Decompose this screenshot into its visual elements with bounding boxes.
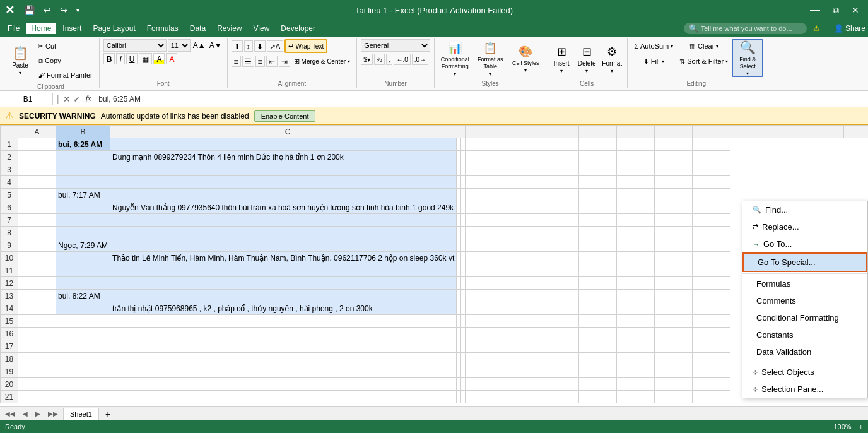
cell-b12[interactable] [56,277,110,290]
cell-extra[interactable] [693,138,730,151]
align-middle-button[interactable]: ↕ [244,40,253,52]
cell-extra[interactable] [579,302,617,315]
menu-constants[interactable]: Constants [742,326,867,343]
cell-content-15[interactable] [110,315,457,328]
cell-extra[interactable] [457,201,461,214]
cell-extra[interactable] [457,214,461,227]
cell-extra[interactable] [541,214,579,227]
cell-content-18[interactable] [110,353,457,365]
align-center-button[interactable]: ☰ [242,56,254,67]
underline-button[interactable]: U [126,53,138,64]
cell-extra[interactable] [617,391,655,403]
quick-access-save[interactable]: 💾 [22,5,37,15]
wrap-text-button[interactable]: ↵ Wrap Text [284,39,328,53]
cell-extra[interactable] [461,391,466,403]
cell-extra[interactable] [461,201,466,214]
cell-a6[interactable] [18,201,56,214]
cell-extra[interactable] [579,176,617,189]
cell-extra[interactable] [617,227,655,239]
col-header-E[interactable] [503,126,541,138]
col-header-B[interactable]: B [56,126,110,138]
cell-content-17[interactable] [110,340,457,353]
cell-extra[interactable] [655,252,693,264]
cell-extra[interactable] [503,378,541,391]
cell-extra[interactable] [541,151,579,163]
cell-a14[interactable] [18,302,56,315]
cell-extra[interactable] [693,252,730,264]
cell-extra[interactable] [617,302,655,315]
cell-extra[interactable] [466,151,503,163]
cell-extra[interactable] [655,214,693,227]
cell-extra[interactable] [693,365,730,378]
cell-extra[interactable] [693,353,730,365]
cell-extra[interactable] [457,328,461,340]
cell-extra[interactable] [466,252,503,264]
cell-extra[interactable] [461,264,466,277]
cell-extra[interactable] [655,315,693,328]
cell-extra[interactable] [457,378,461,391]
cell-extra[interactable] [579,214,617,227]
cell-extra[interactable] [541,328,579,340]
cell-extra[interactable] [693,189,730,201]
cell-extra[interactable] [466,391,503,403]
cell-a9[interactable] [18,239,56,252]
cell-extra[interactable] [541,277,579,290]
decrease-indent-button[interactable]: ⇤ [266,56,278,67]
cell-a13[interactable] [18,290,56,302]
menu-find[interactable]: 🔍 Find... [742,201,867,218]
col-header-L[interactable] [768,126,806,138]
cell-extra[interactable] [461,290,466,302]
format-painter-button[interactable]: 🖌 Format Painter [35,68,95,82]
cell-extra[interactable] [541,391,579,403]
cell-content-8[interactable] [110,227,457,239]
cell-b2[interactable] [56,151,110,163]
cell-extra[interactable] [457,290,461,302]
cell-extra[interactable] [461,151,466,163]
cell-extra[interactable] [466,277,503,290]
cell-extra[interactable] [655,290,693,302]
cell-extra[interactable] [693,378,730,391]
cell-extra[interactable] [503,290,541,302]
cell-extra[interactable] [457,302,461,315]
cell-extra[interactable] [503,353,541,365]
cell-extra[interactable] [579,163,617,176]
number-format-select[interactable]: General [361,39,430,52]
cell-extra[interactable] [457,340,461,353]
cell-content-14[interactable]: trần thị nhật 0975968965 , k2 , pháp cổ … [110,302,457,315]
cell-extra[interactable] [541,201,579,214]
cell-b8[interactable] [56,227,110,239]
merge-center-button[interactable]: ⊞ Merge & Center ▾ [291,54,353,68]
cell-extra[interactable] [579,264,617,277]
autosum-button[interactable]: Σ AutoSum ▾ [631,39,676,53]
cell-a19[interactable] [18,365,56,378]
cell-a7[interactable] [18,214,56,227]
cell-a5[interactable] [18,189,56,201]
sort-filter-button[interactable]: ⇅ Sort & Filter ▾ [677,54,730,68]
cell-extra[interactable] [503,176,541,189]
cell-b5[interactable]: bui, 7:17 AM [56,189,110,201]
cell-extra[interactable] [457,189,461,201]
cell-content-10[interactable]: Thảo tin Lê Minh Tiến, Hàm Minh, Hàm Thu… [110,252,457,264]
cell-extra[interactable] [579,365,617,378]
window-close-button[interactable]: ✕ [848,5,863,15]
cell-extra[interactable] [655,391,693,403]
col-header-I[interactable] [655,126,693,138]
cell-a16[interactable] [18,328,56,340]
cell-extra[interactable] [503,328,541,340]
cell-b14[interactable] [56,302,110,315]
cell-extra[interactable] [655,353,693,365]
fill-button[interactable]: ⬇ Fill ▾ [641,54,667,68]
cell-extra[interactable] [466,189,503,201]
menu-conditional-formatting[interactable]: Conditional Formatting [742,309,867,326]
find-select-button[interactable]: 🔍 Find & Select ▾ [732,39,763,77]
cell-extra[interactable] [541,315,579,328]
cell-extra[interactable] [579,201,617,214]
cell-extra[interactable] [457,365,461,378]
col-header-H[interactable] [617,126,655,138]
currency-button[interactable]: $▾ [361,54,373,65]
cell-extra[interactable] [693,315,730,328]
cell-extra[interactable] [461,328,466,340]
cell-extra[interactable] [579,189,617,201]
cell-a4[interactable] [18,176,56,189]
cell-extra[interactable] [457,315,461,328]
